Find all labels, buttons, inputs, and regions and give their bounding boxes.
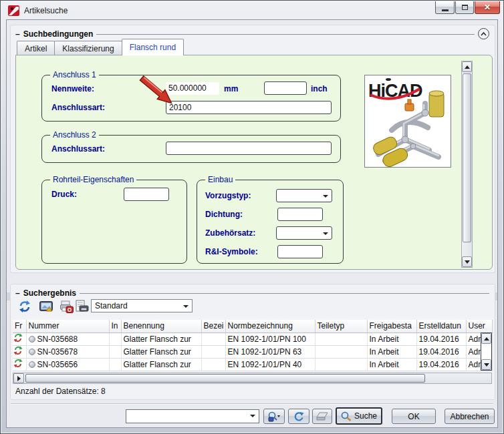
save-search-button[interactable] <box>263 409 285 424</box>
cancel-button-label: Abbrechen <box>450 412 489 421</box>
chevron-up-icon <box>481 32 487 36</box>
cancel-button[interactable]: Abbrechen <box>445 409 495 424</box>
group-dash: – <box>15 288 20 298</box>
table-header-row: Fr Nummer In Benennung Bezei Normbezeich… <box>13 320 492 333</box>
scrollbar-thumb[interactable] <box>25 374 425 383</box>
pdf-export-icon <box>60 300 74 313</box>
arrow-down-icon <box>484 363 489 367</box>
table-row[interactable]: SN-035656 Glatter Flansch zur EN 1092-1/… <box>13 358 492 371</box>
anschlussart1-label: Anschlussart: <box>51 103 105 112</box>
suche-button-label: Suche <box>354 411 377 421</box>
tab-flansch-rund[interactable]: Flansch rund <box>122 39 184 55</box>
col-erstelldatum[interactable]: Erstelldatun <box>416 320 466 333</box>
table-row[interactable]: SN-035678 Glatter Flansch zur EN 1092-1/… <box>13 345 492 358</box>
group-rule <box>96 34 475 35</box>
col-fr[interactable]: Fr <box>13 320 26 333</box>
hicad-preview-image: HiCAD <box>364 75 451 168</box>
col-in[interactable]: In <box>109 320 121 333</box>
arrow-right-icon <box>17 376 21 381</box>
conditions-vertical-scrollbar[interactable] <box>461 61 473 268</box>
col-nummer[interactable]: Nummer <box>26 320 109 333</box>
col-user[interactable]: User <box>466 320 492 333</box>
close-icon: ✕ <box>484 3 491 11</box>
close-button[interactable]: ✕ <box>475 1 500 14</box>
anschlussart1-input[interactable] <box>166 101 332 114</box>
hicad-logo-illustration: HiCAD <box>365 75 451 167</box>
ri-symbole-label: R&I-Symbole: <box>205 247 258 256</box>
results-table: Fr Nummer In Benennung Bezei Normbezeich… <box>13 320 492 371</box>
collapse-button[interactable] <box>478 28 489 39</box>
eraser-icon <box>316 412 328 421</box>
nennweite-label: Nennweite: <box>51 84 94 93</box>
table-horizontal-scrollbar[interactable] <box>13 373 492 384</box>
tab-klassifizierung[interactable]: Klassifizierung <box>54 41 122 55</box>
view-combo[interactable]: Standard <box>91 299 193 312</box>
refresh-icon <box>293 411 304 422</box>
table-scroll-right-button[interactable] <box>13 373 24 383</box>
refresh-button[interactable] <box>288 409 309 424</box>
col-teiletyp[interactable]: Teiletyp <box>315 320 367 333</box>
rohrteil-legend: Rohrteil-Eigenschaften <box>50 175 136 184</box>
anschluss2-legend: Anschluss 2 <box>50 130 99 140</box>
status-cycle-icon <box>13 359 23 368</box>
arrow-down-icon <box>465 260 470 264</box>
col-bezeichnung[interactable]: Bezei <box>201 320 225 333</box>
export-image-button[interactable] <box>39 299 53 314</box>
pdf-export-button[interactable] <box>59 299 74 314</box>
anschlussart2-label: Anschlussart: <box>51 144 105 154</box>
record-count-text: Anzahl der Datensätze: 8 <box>15 387 106 396</box>
minimize-button[interactable] <box>435 1 455 14</box>
einbau-fieldset: Einbau Vorzugstyp: Dichtung: Zubehörsatz… <box>197 180 344 264</box>
scroll-up-button[interactable] <box>462 61 472 72</box>
dichtung-input[interactable] <box>277 208 323 221</box>
table-scroll-down-button[interactable] <box>481 359 491 370</box>
scrollbar-thumb[interactable] <box>463 73 471 242</box>
ri-symbole-input[interactable] <box>277 245 323 258</box>
print-report-button[interactable] <box>75 299 90 314</box>
vorzugstyp-combo[interactable] <box>276 189 332 202</box>
print-report-icon <box>76 300 89 313</box>
maximize-icon <box>462 5 468 10</box>
results-group-title: Suchergebnis <box>23 288 76 298</box>
druck-label: Druck: <box>51 190 77 199</box>
rohrteil-fieldset: Rohrteil-Eigenschaften Druck: <box>41 180 187 264</box>
druck-input[interactable] <box>124 188 169 201</box>
col-freigabestatus[interactable]: Freigabesta <box>367 320 416 333</box>
anschlussart2-input[interactable] <box>166 142 332 155</box>
anschluss1-fieldset: Anschluss 1 Nennweite: 50.000000 mm inch… <box>41 75 341 122</box>
group-dash: – <box>15 29 20 39</box>
window-title: Artikelsuche <box>24 6 68 15</box>
nennweite-inch-input[interactable] <box>264 81 307 95</box>
status-cycle-icon <box>13 346 23 355</box>
refresh-results-button[interactable] <box>17 299 32 314</box>
suche-button[interactable]: Suche <box>336 407 382 425</box>
ok-button[interactable]: OK <box>392 409 436 424</box>
title-bar[interactable]: Artikelsuche ✕ <box>1 1 503 19</box>
tab-artikel[interactable]: Artikel <box>17 41 55 55</box>
sync-icon <box>19 300 31 312</box>
col-benennung[interactable]: Benennung <box>121 320 201 333</box>
eraser-button[interactable] <box>312 409 332 424</box>
chevron-down-icon <box>323 232 328 235</box>
zubehoersatz-combo[interactable] <box>276 226 332 240</box>
part-icon <box>29 349 35 355</box>
saved-search-combo[interactable] <box>126 409 259 423</box>
vorzugstyp-label: Vorzugstyp: <box>205 191 251 200</box>
condition-tabs: Artikel Klassifizierung Flansch rund <box>17 39 183 55</box>
ok-button-label: OK <box>408 412 419 421</box>
chevron-down-icon <box>250 415 255 417</box>
chevron-down-icon <box>183 305 188 308</box>
table-row[interactable]: SN-035688 Glatter Flansch zur EN 1092-1/… <box>13 333 492 345</box>
anschluss1-legend: Anschluss 1 <box>50 70 99 79</box>
table-scroll-up-button[interactable] <box>481 333 491 344</box>
table-vertical-scrollbar[interactable] <box>481 333 492 371</box>
scroll-down-button[interactable] <box>462 256 472 267</box>
maximize-button[interactable] <box>455 1 474 14</box>
search-results-group: – Suchergebnis <box>10 284 495 400</box>
part-icon <box>29 361 35 368</box>
group-rule <box>80 293 489 294</box>
dialog-client-area: – Suchbedingungen Artikel Klassifizierun… <box>6 19 498 428</box>
flansch-rund-tab-page: Anschluss 1 Nennweite: 50.000000 mm inch… <box>15 55 493 270</box>
col-normbezeichnung[interactable]: Normbezeichnung <box>225 320 315 333</box>
arrow-up-icon <box>484 337 489 341</box>
